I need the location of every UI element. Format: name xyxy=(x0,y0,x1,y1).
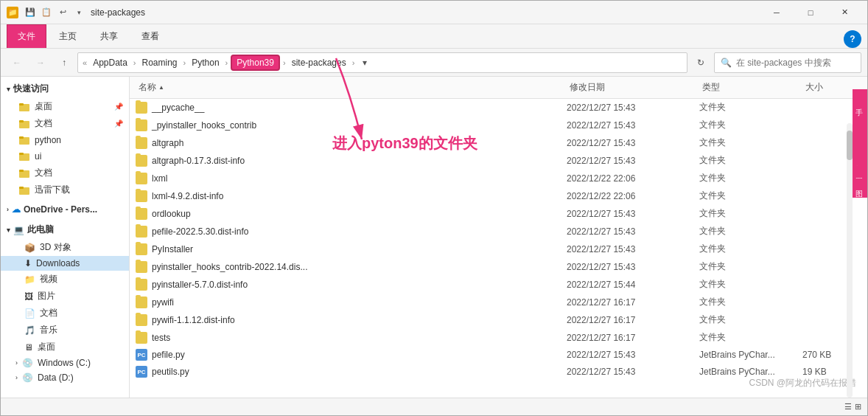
quick-access-label: 快速访问 xyxy=(13,83,49,95)
breadcrumb-appdata[interactable]: AppData xyxy=(90,56,130,69)
maximize-button[interactable]: □ xyxy=(794,1,827,24)
address-box[interactable]: « AppData › Roaming › Python › Python39 … xyxy=(77,52,687,73)
file-date: 2022/12/22 22:06 xyxy=(567,191,699,201)
sidebar-item-pictures[interactable]: 🖼 图片 xyxy=(1,288,129,305)
file-row[interactable]: PC pefile.py 2022/12/27 15:43 JetBrains … xyxy=(130,347,867,364)
file-size: 19 KB xyxy=(802,367,861,377)
file-row[interactable]: PC peutils.py 2022/12/27 15:43 JetBrains… xyxy=(130,364,867,381)
onedrive-header[interactable]: › ☁ OneDrive - Pers... xyxy=(1,201,129,218)
folder-icon xyxy=(18,118,30,130)
file-row[interactable]: lxml 2022/12/22 22:06 文件夹 xyxy=(130,170,867,187)
file-row[interactable]: pefile-2022.5.30.dist-info 2022/12/27 15… xyxy=(130,223,867,240)
folder-icon xyxy=(136,261,147,273)
col-header-name[interactable]: 名称 ▲ xyxy=(136,80,567,95)
folder-icon xyxy=(136,243,147,255)
sidebar-item-python[interactable]: python xyxy=(1,132,129,148)
right-tab-item-3[interactable]: 图 xyxy=(854,166,866,178)
file-row[interactable]: tests 2022/12/27 16:17 文件夹 xyxy=(130,329,867,347)
breadcrumb-roaming[interactable]: Roaming xyxy=(139,56,181,69)
col-header-type[interactable]: 类型 xyxy=(699,80,802,95)
forward-button[interactable]: → xyxy=(30,52,51,73)
file-date: 2022/12/27 16:17 xyxy=(567,315,699,325)
sidebar-item-desktop2[interactable]: 🖥 桌面 xyxy=(1,339,129,356)
sidebar-item-docs3[interactable]: 📄 文档 xyxy=(1,305,129,322)
chevron-right-icon: › xyxy=(7,206,9,213)
folder-icon: 🖥 xyxy=(24,342,33,353)
sidebar-item-xunlei[interactable]: 迅雷下载 xyxy=(1,181,129,198)
chevron-right-icon: › xyxy=(15,359,18,367)
file-name: pyinstaller-5.7.0.dist-info xyxy=(152,280,248,290)
refresh-button[interactable]: ↻ xyxy=(690,52,711,73)
sidebar-item-downloads[interactable]: ⬇ Downloads xyxy=(1,256,129,271)
this-pc-header[interactable]: ▾ 💻 此电脑 xyxy=(1,221,129,239)
col-type-label: 类型 xyxy=(702,81,720,94)
paste-icon[interactable]: 📋 xyxy=(39,5,54,20)
file-row[interactable]: pywifi-1.1.12.dist-info 2022/12/27 16:17… xyxy=(130,311,867,329)
right-tab-item-4[interactable]: 图 xyxy=(854,178,866,190)
search-box: 🔍 xyxy=(714,52,861,73)
sidebar-item-music[interactable]: 🎵 音乐 xyxy=(1,322,129,339)
file-type: 文件夹 xyxy=(699,296,802,308)
file-row[interactable]: lxml-4.9.2.dist-info 2022/12/22 22:06 文件… xyxy=(130,187,867,205)
file-name-cell: pyinstaller_hooks_contrib-2022.14.dis... xyxy=(136,261,567,273)
back-button[interactable]: ← xyxy=(7,52,27,73)
file-row[interactable]: __pycache__ 2022/12/27 15:43 文件夹 xyxy=(130,99,867,117)
close-button[interactable]: ✕ xyxy=(827,1,861,24)
file-row[interactable]: altgraph 2022/12/27 15:43 文件夹 xyxy=(130,134,867,152)
col-header-date[interactable]: 修改日期 xyxy=(567,80,699,95)
tab-home[interactable]: 主页 xyxy=(48,24,88,48)
file-name: _pyinstaller_hooks_contrib xyxy=(152,120,256,131)
pin-icon: 📌 xyxy=(114,103,123,111)
onedrive-label: OneDrive - Pers... xyxy=(24,204,97,215)
breadcrumb-python39[interactable]: Python39 xyxy=(231,55,280,71)
help-button[interactable]: ? xyxy=(844,30,861,48)
sidebar-item-desktop[interactable]: 桌面 📌 xyxy=(1,98,129,115)
sidebar-item-label: 3D 对象 xyxy=(40,241,71,254)
breadcrumb-python[interactable]: Python xyxy=(189,56,222,69)
file-name-cell: _pyinstaller_hooks_contrib xyxy=(136,119,567,131)
sidebar-item-docs2[interactable]: 文档 xyxy=(1,164,129,181)
save-icon[interactable]: 💾 xyxy=(23,5,38,20)
grid-view-icon[interactable]: ⊞ xyxy=(855,402,861,412)
sep-2: › xyxy=(183,58,186,67)
file-name: pywifi xyxy=(152,297,174,308)
sidebar-item-ui[interactable]: ui xyxy=(1,148,129,164)
dropdown-arrow-icon[interactable]: ▾ xyxy=(71,5,86,20)
sidebar-item-label: Windows (C:) xyxy=(38,358,91,368)
breadcrumb-site-packages[interactable]: site-packages xyxy=(289,56,349,69)
sidebar-item-3d[interactable]: 📦 3D 对象 xyxy=(1,239,129,256)
undo-icon[interactable]: ↩ xyxy=(55,5,70,20)
search-input[interactable] xyxy=(736,58,855,68)
file-name: ordlookup xyxy=(152,209,191,219)
col-date-label: 修改日期 xyxy=(570,81,605,94)
tab-file[interactable]: 文件 xyxy=(7,24,46,48)
quick-access-header[interactable]: ▾ 快速访问 xyxy=(1,80,129,98)
file-row[interactable]: pywifi 2022/12/27 16:17 文件夹 xyxy=(130,294,867,311)
right-tab-item-2[interactable]: 报 xyxy=(854,153,866,165)
file-name-cell: PC pefile.py xyxy=(136,349,567,361)
sidebar-item-documents[interactable]: 文档 📌 xyxy=(1,115,129,132)
sort-icon: ▲ xyxy=(158,84,164,91)
scrollbar-thumb[interactable] xyxy=(847,131,853,160)
tab-view[interactable]: 查看 xyxy=(130,24,170,48)
address-dropdown-button[interactable]: ▾ xyxy=(357,58,372,68)
minimize-button[interactable]: ─ xyxy=(760,1,794,24)
chevron-right-icon: › xyxy=(15,374,18,381)
file-row[interactable]: pyinstaller_hooks_contrib-2022.14.dis...… xyxy=(130,258,867,276)
right-tab-item-1[interactable]: 手 xyxy=(854,97,866,108)
jetbrains-icon: PC xyxy=(136,366,147,378)
sidebar-item-data-d[interactable]: › 💿 Data (D:) xyxy=(1,370,129,385)
sidebar-item-videos[interactable]: 📁 视频 xyxy=(1,271,129,288)
sidebar-item-windows-c[interactable]: › 💿 Windows (C:) xyxy=(1,356,129,370)
tab-share[interactable]: 共享 xyxy=(89,24,129,48)
sidebar-item-label: Downloads xyxy=(36,258,80,268)
file-row[interactable]: _pyinstaller_hooks_contrib 2022/12/27 15… xyxy=(130,117,867,134)
file-row[interactable]: ordlookup 2022/12/27 15:43 文件夹 xyxy=(130,205,867,223)
up-button[interactable]: ↑ xyxy=(54,52,74,73)
file-row[interactable]: pyinstaller-5.7.0.dist-info 2022/12/27 1… xyxy=(130,276,867,294)
file-row[interactable]: PyInstaller 2022/12/27 15:43 文件夹 xyxy=(130,240,867,258)
svg-rect-5 xyxy=(19,136,24,139)
list-view-icon[interactable]: ☰ xyxy=(844,402,852,412)
file-row[interactable]: altgraph-0.17.3.dist-info 2022/12/27 15:… xyxy=(130,152,867,170)
sidebar-item-label: 桌面 xyxy=(38,341,55,353)
